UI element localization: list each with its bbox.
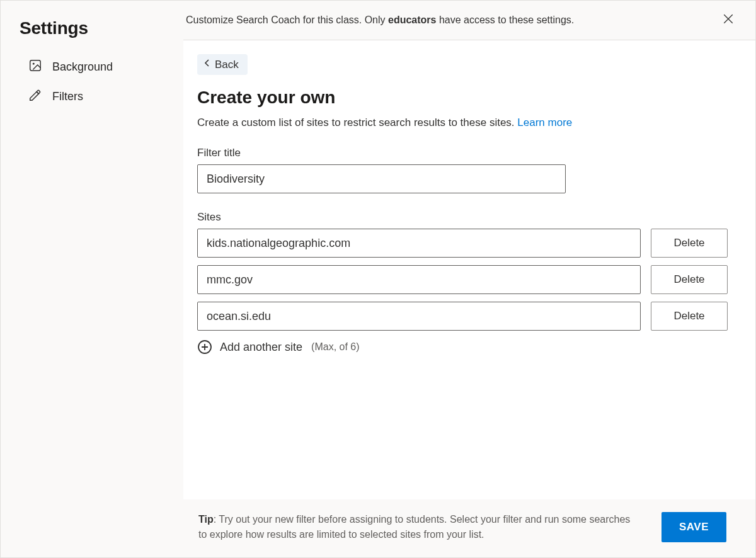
edit-icon: [28, 88, 42, 105]
svg-point-1: [33, 63, 35, 65]
add-site-label: Add another site: [220, 341, 302, 354]
sidebar-title: Settings: [20, 18, 168, 38]
footer: Tip: Try out your new filter before assi…: [183, 499, 755, 557]
topbar-text: Customize Search Coach for this class. O…: [186, 14, 574, 26]
chevron-left-icon: [202, 58, 212, 71]
nav-item-label: Filters: [52, 90, 83, 103]
panel-heading: Create your own: [197, 88, 742, 108]
filter-title-label: Filter title: [197, 147, 742, 159]
nav-filters[interactable]: Filters: [20, 82, 168, 111]
site-row: Delete: [197, 229, 742, 258]
delete-site-button[interactable]: Delete: [651, 265, 728, 294]
site-input[interactable]: [197, 229, 641, 258]
panel-description: Create a custom list of sites to restric…: [197, 117, 742, 129]
back-label: Back: [215, 59, 239, 71]
close-button[interactable]: [720, 11, 736, 30]
image-icon: [28, 59, 42, 76]
site-row: Delete: [197, 302, 742, 331]
filter-title-input[interactable]: [197, 164, 566, 193]
site-input[interactable]: [197, 302, 641, 331]
nav-background[interactable]: Background: [20, 52, 168, 82]
tip-text: Tip: Try out your new filter before assi…: [198, 512, 639, 542]
add-site-max: (Max, of 6): [311, 341, 359, 353]
add-site-button[interactable]: Add another site (Max, of 6): [197, 339, 742, 355]
sites-label: Sites: [197, 211, 742, 224]
topbar: Customize Search Coach for this class. O…: [183, 1, 755, 40]
learn-more-link[interactable]: Learn more: [517, 117, 572, 128]
delete-site-button[interactable]: Delete: [651, 229, 728, 258]
settings-dialog: Settings Background Filters: [0, 0, 756, 558]
close-icon: [723, 13, 734, 27]
panel: Back Create your own Create a custom lis…: [183, 40, 755, 499]
site-input[interactable]: [197, 265, 641, 294]
plus-circle-icon: [197, 339, 212, 355]
back-button[interactable]: Back: [197, 54, 248, 75]
site-row: Delete: [197, 265, 742, 294]
svg-rect-0: [30, 60, 41, 71]
nav-item-label: Background: [52, 60, 113, 74]
sidebar: Settings Background Filters: [1, 1, 183, 557]
save-button[interactable]: SAVE: [662, 512, 726, 542]
delete-site-button[interactable]: Delete: [651, 302, 728, 331]
content: Customize Search Coach for this class. O…: [183, 1, 755, 557]
